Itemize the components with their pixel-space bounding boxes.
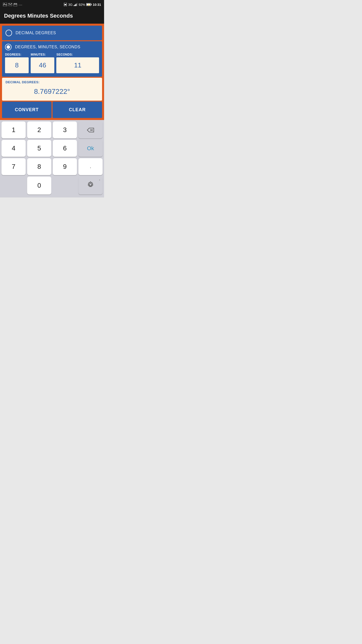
main-content: DECIMAL DEGREES DEGREES, MINUTES, SECOND… [0, 24, 104, 120]
degrees-input[interactable] [5, 57, 29, 73]
degrees-field-group: DEGREES: [5, 53, 29, 73]
key-5[interactable]: 5 [27, 140, 51, 157]
svg-rect-14 [91, 4, 92, 5]
decimal-degrees-option[interactable]: DECIMAL DEGREES [2, 26, 102, 40]
dms-radio[interactable] [5, 44, 12, 50]
svg-text:⚡: ⚡ [87, 4, 90, 6]
keyboard-row-2: 4 5 6 Ok [2, 140, 103, 157]
key-9[interactable]: 9 [53, 158, 77, 175]
key-settings[interactable] [78, 177, 103, 194]
seconds-input[interactable] [56, 57, 99, 73]
key-7[interactable]: 7 [2, 158, 26, 175]
seconds-label: SECONDS: [56, 53, 99, 56]
dms-fields: DEGREES: MINUTES: SECONDS: [5, 53, 99, 73]
battery-percentage: 92% [79, 3, 85, 7]
key-0[interactable]: 0 [27, 177, 51, 194]
key-4[interactable]: 4 [2, 140, 26, 157]
key-3[interactable]: 3 [53, 122, 77, 138]
svg-rect-11 [76, 4, 76, 6]
result-value: 8.7697222° [6, 86, 99, 97]
settings-icon [87, 181, 94, 190]
sim-icon [64, 3, 67, 6]
app-title: Degrees Minutes Seconds [4, 13, 100, 19]
photo-icon [3, 3, 7, 6]
svg-marker-17 [87, 128, 94, 132]
keyboard: 1 2 3 4 5 6 Ok 7 8 9 . 0 [0, 120, 104, 197]
status-bar: ··· 3G 92% ⚡ 10:31 [0, 0, 104, 9]
backspace-icon [87, 128, 94, 133]
status-icons-right: 3G 92% ⚡ 10:31 [64, 3, 101, 7]
key-8[interactable]: 8 [27, 158, 51, 175]
action-buttons: CONVERT CLEAR [2, 102, 102, 118]
keyboard-row-4: 0 [2, 177, 103, 194]
dms-header: DEGREES, MINUTES, SECONDS [5, 44, 99, 50]
time: 10:31 [93, 3, 101, 7]
battery-icon: ⚡ [86, 3, 92, 6]
minutes-field-group: MINUTES: [31, 53, 54, 73]
svg-rect-2 [9, 3, 12, 6]
seconds-field-group: SECONDS: [56, 53, 99, 73]
key-empty-left [2, 177, 26, 194]
dms-label: DEGREES, MINUTES, SECONDS [15, 45, 80, 49]
minutes-input[interactable] [31, 57, 54, 73]
result-section: DECIMAL DEGREES: 8.7697222° [2, 78, 102, 101]
key-2[interactable]: 2 [27, 122, 51, 138]
more-dots: ··· [19, 3, 23, 7]
minutes-label: MINUTES: [31, 53, 54, 56]
result-label: DECIMAL DEGREES: [6, 80, 99, 84]
network-label: 3G [68, 3, 72, 7]
keyboard-row-3: 7 8 9 . [2, 158, 103, 175]
dms-section: DEGREES, MINUTES, SECONDS DEGREES: MINUT… [2, 41, 102, 77]
key-ok[interactable]: Ok [78, 140, 103, 157]
signal-icon [74, 3, 78, 6]
mail-icon [9, 3, 12, 6]
clear-button[interactable]: CLEAR [53, 102, 102, 118]
svg-point-20 [89, 184, 92, 186]
svg-rect-10 [75, 5, 75, 6]
key-6[interactable]: 6 [53, 140, 77, 157]
decimal-degrees-radio[interactable] [6, 30, 12, 36]
key-dot[interactable]: . [78, 158, 103, 175]
svg-rect-9 [74, 5, 74, 6]
svg-rect-3 [14, 4, 17, 6]
decimal-degrees-label: DECIMAL DEGREES [16, 31, 56, 35]
keyboard-row-1: 1 2 3 [2, 122, 103, 138]
svg-rect-8 [65, 4, 66, 5]
convert-button[interactable]: CONVERT [2, 102, 52, 118]
status-icons-left: ··· [3, 3, 23, 7]
degrees-label: DEGREES: [5, 53, 29, 56]
app-bar: Degrees Minutes Seconds [0, 9, 104, 24]
svg-rect-12 [77, 3, 77, 6]
key-backspace[interactable] [78, 122, 103, 138]
key-empty-right [53, 177, 77, 194]
key-1[interactable]: 1 [2, 122, 26, 138]
calendar-icon [14, 3, 17, 6]
